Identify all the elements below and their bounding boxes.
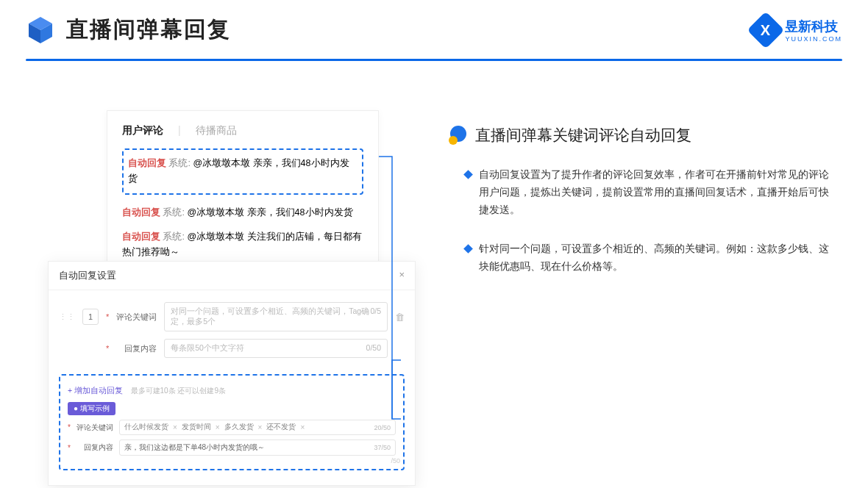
diamond-icon — [463, 170, 473, 179]
tab-products[interactable]: 待播商品 — [196, 124, 237, 137]
add-auto-reply-link[interactable]: + 增加自动回复 — [68, 386, 123, 395]
page-title: 直播间弹幕回复 — [66, 15, 231, 45]
example-badge: ● 填写示例 — [68, 402, 115, 415]
ex-keyword-label: 评论关键词 — [77, 423, 113, 433]
bullet-item: 自动回复设置为了提升作者的评论回复效率，作者可在开播前针对常见的评论用户问题，提… — [465, 166, 839, 218]
brand-logo: X 昱新科技 YUUXIN.COM — [753, 17, 842, 43]
reply-label: 回复内容 — [116, 343, 157, 354]
bullet-item: 针对同一个问题，可设置多个相近的、高频的关键词。例如：这款多少钱、这块能优惠吗、… — [465, 240, 839, 276]
add-limit-text: 最多可建10条 还可以创建9条 — [131, 387, 226, 395]
comment-row: 自动回复 系统: @冰墩墩本墩 关注我们的店铺，每日都有热门推荐呦～ — [122, 229, 363, 261]
settings-card: 自动回复设置 × ⋮⋮ 1 * 评论关键词 对同一个问题，可设置多个相近、高频的… — [48, 261, 416, 486]
delete-icon[interactable]: 🗑 — [395, 312, 405, 323]
diamond-icon — [463, 245, 473, 254]
rule-index: 1 — [82, 309, 99, 325]
keyword-label: 评论关键词 — [116, 312, 157, 323]
cube-icon — [26, 15, 55, 45]
section-heading: 直播间弹幕关键词评论自动回复 — [475, 125, 691, 146]
header-divider — [26, 59, 842, 61]
ex-reply-label: 回复内容 — [77, 442, 113, 453]
comment-row-highlighted: 自动回复 系统: @冰墩墩本墩 亲亲，我们48小时内发货 — [122, 148, 363, 195]
comment-row: 自动回复 系统: @冰墩墩本墩 亲亲，我们48小时内发货 — [122, 205, 363, 220]
add-section: + 增加自动回复 最多可建10条 还可以创建9条 ● 填写示例 * 评论关键词 … — [59, 374, 405, 470]
reply-input[interactable]: 每条限50个中文字符 0/50 — [164, 339, 388, 358]
close-icon[interactable]: × — [399, 269, 405, 282]
chat-bubble-icon — [449, 126, 468, 145]
settings-title: 自动回复设置 — [59, 269, 116, 282]
keyword-input[interactable]: 对同一个问题，可设置多个相近、高频的关键词，Tag确定，最多5个 0/5 — [164, 302, 388, 331]
ex-reply-input[interactable]: 亲，我们这边都是下单48小时内发货的哦～ 37/50 — [119, 439, 396, 456]
ex-keyword-input[interactable]: 什么时候发货× 发货时间× 多久发货× 还不发货× 20/50 — [119, 420, 396, 435]
tab-comments[interactable]: 用户评论 — [122, 124, 163, 137]
ghost-count: /50 — [391, 457, 400, 464]
